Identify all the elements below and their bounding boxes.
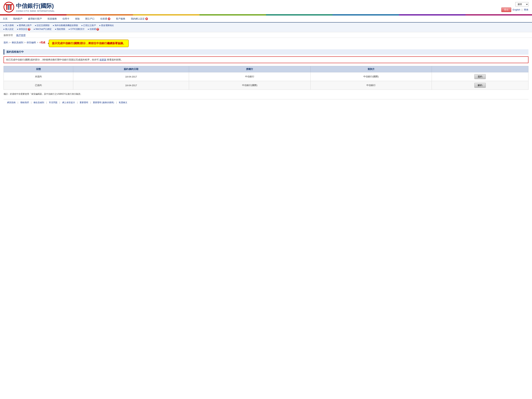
breadcrumb-separator: > <box>37 41 38 44</box>
account-mgmt-link[interactable]: 賬戶管理 <box>16 34 25 37</box>
new-badge: 新 <box>96 28 99 31</box>
bank-logo-icon <box>4 2 14 13</box>
logo-area: 中信銀行(國际) CHINA CITIC BANK INTERNATIONAL <box>4 2 55 13</box>
table-cell-date: 18-04-2017 <box>73 81 189 90</box>
main-nav-item[interactable]: 處理銀行賬戶 <box>25 15 45 22</box>
sub-nav-item[interactable]: 海外自動櫃員機提款限額 <box>53 24 78 27</box>
sub-nav-row-2: 個人設定保安設定新WeChat戶口綁定指紋查賬CITIC流動支付信港通新 <box>4 28 528 31</box>
sub-nav-item[interactable]: 已登記之賬戶 <box>82 24 96 27</box>
footer-link-separator: ｜ <box>89 101 92 104</box>
svg-rect-4 <box>5 4 13 5</box>
header-right: 捷徑 登出 English ｜ 簡体 <box>501 2 528 12</box>
main-nav-item[interactable]: 信用卡 <box>60 15 72 22</box>
shortcut-row: 捷徑 <box>515 2 528 6</box>
color-bar-segment <box>266 14 332 15</box>
main-nav-item[interactable]: 保險 <box>72 15 82 22</box>
footer-link[interactable]: 重要聲明 <box>80 101 88 104</box>
table-cell-status: 已簽約 <box>4 81 73 90</box>
main-nav-item[interactable]: 信港通新 <box>97 15 113 22</box>
breadcrumb: 簽約 > 條款及細則 > 保安編碼 > >完成 <box>4 41 45 44</box>
table-header-cell: 簽約/解約日期 <box>73 66 189 72</box>
sub-nav-item[interactable]: 選擇網上賬戶 <box>17 24 32 27</box>
shortcut-select[interactable]: 捷徑 <box>515 2 528 6</box>
breadcrumb-separator: > <box>9 41 11 44</box>
main-nav-item[interactable]: 我的網上設定新 <box>128 15 151 22</box>
sign-button[interactable]: 簽約 <box>474 74 486 79</box>
process-title: 簽約流程進行中 <box>4 49 528 55</box>
table-cell-action: 解約 <box>432 81 528 90</box>
sub-nav-item[interactable]: 保安設定新 <box>17 28 30 31</box>
table-row: 已簽約18-04-2017中信銀行(國際)中信銀行解約 <box>4 81 528 90</box>
footer-link[interactable]: 條款及細則 <box>33 101 44 104</box>
content: 簽約 > 條款及細則 > 保安編碼 > >完成 提示完成中信銀行(國際)部分，將… <box>0 38 532 108</box>
breadcrumb-current: >完成 <box>39 41 45 44</box>
footer-link-separator: ｜ <box>30 101 33 104</box>
color-bar-segment <box>332 14 399 15</box>
lang-links: English ｜ 簡体 <box>513 8 528 11</box>
logo-english: CHINA CITIC BANK INTERNATIONAL <box>16 10 55 12</box>
footer-link[interactable]: 私隱條文 <box>119 101 127 104</box>
footer-links: 網頁指南 ｜ 聯絡我們 ｜ 條款及細則 ｜ 常見問題 ｜ 網上保安提示 ｜ 重要… <box>4 99 528 106</box>
footer-link-separator: ｜ <box>76 101 79 104</box>
footer-link[interactable]: 網頁指南 <box>7 101 16 104</box>
logo-chinese: 中信銀行(國际) <box>16 2 55 10</box>
table-cell-authorizer: 中信銀行(國際) <box>189 81 310 90</box>
info-message-1: 你已完成中信銀行(國際)簽約部分，3秒後將自動打開中信銀行頁面以完成簽約程序，你… <box>6 58 99 61</box>
sub-nav-row-1: 登入密碼選擇網上賬戶設定交易限額海外自動櫃員機提款限額已登記之賬戶更改電郵地址 <box>4 24 528 27</box>
refresh-link[interactable]: 按更新 <box>100 58 106 61</box>
sub-nav-item[interactable]: 指紋查賬 <box>55 28 65 31</box>
new-badge: 新 <box>146 18 148 20</box>
service-mgmt: 服務管理 賬戶管理 <box>0 32 532 38</box>
info-message-2: 查看簽約狀態。 <box>107 58 123 61</box>
footer-link-separator: ｜ <box>45 101 48 104</box>
lang-english-link[interactable]: English <box>513 8 520 11</box>
sub-nav-item[interactable]: WeChat戶口綁定 <box>34 28 52 31</box>
sub-nav-item[interactable]: 更改電郵地址 <box>100 24 114 27</box>
header: 中信銀行(國际) CHINA CITIC BANK INTERNATIONAL … <box>0 0 532 14</box>
lang-simplified-link[interactable]: 簡体 <box>524 8 528 11</box>
sub-nav-item[interactable]: 信港通新 <box>88 28 99 31</box>
logout-button[interactable]: 登出 <box>501 7 511 12</box>
cancel-button[interactable]: 解約 <box>474 83 486 88</box>
footer-link[interactable]: 常見問題 <box>49 101 57 104</box>
breadcrumb-row: 簽約 > 條款及細則 > 保安編碼 > >完成 提示完成中信銀行(國際)部分，將… <box>4 39 528 47</box>
breadcrumb-item[interactable]: 保安編碼 <box>27 41 36 44</box>
main-nav-item[interactable]: 我的賬戶 <box>10 15 25 22</box>
table-header-cell: 狀態 <box>4 66 73 72</box>
color-bar-segment <box>200 14 266 15</box>
sub-nav-item[interactable]: 個人設定 <box>4 28 14 31</box>
main-nav-item[interactable]: 主頁 <box>0 15 10 22</box>
table-header-row: 狀態簽約/解約日期授權方查詢方 <box>4 66 528 72</box>
breadcrumb-item[interactable]: 條款及細則 <box>12 41 23 44</box>
new-badge: 新 <box>28 28 30 31</box>
breadcrumb-separator: > <box>24 41 26 44</box>
note: 備註：於過程中你需要使用「保安編碼器」及中信銀行之USBKEY以進行身分驗證。 <box>4 93 528 95</box>
table-cell-date: 18-04-2017 <box>73 72 189 81</box>
footer-link-separator: ｜ <box>16 101 20 104</box>
lang-divider: ｜ <box>521 8 523 11</box>
new-badge: 新 <box>108 18 110 20</box>
breadcrumb-item[interactable]: 簽約 <box>4 41 8 44</box>
sub-nav-item[interactable]: CITIC流動支付 <box>69 28 84 31</box>
sub-nav-item[interactable]: 設定交易限額 <box>35 24 50 27</box>
table-header-cell: 查詢方 <box>310 66 432 72</box>
service-mgmt-sep <box>14 34 15 37</box>
footer-link-separator: ｜ <box>115 101 118 104</box>
sub-nav: 登入密碼選擇網上賬戶設定交易限額海外自動櫃員機提款限額已登記之賬戶更改電郵地址 … <box>0 23 532 32</box>
footer-link-separator: ｜ <box>58 101 62 104</box>
footer-link[interactable]: 重要聲明 (服務供應商) <box>93 101 114 104</box>
login-row: 登出 English ｜ 簡体 <box>501 7 528 12</box>
footer-link[interactable]: 網上保安提示 <box>62 101 75 104</box>
logo-text: 中信銀行(國际) CHINA CITIC BANK INTERNATIONAL <box>16 2 55 12</box>
table-cell-action: 簽約 <box>432 72 528 81</box>
sub-nav-item[interactable]: 登入密碼 <box>4 24 14 27</box>
main-nav-item[interactable]: 開立戶口 <box>82 15 97 22</box>
footer-link[interactable]: 聯絡我們 <box>20 101 29 104</box>
main-nav-item[interactable]: 投資服務 <box>45 15 60 22</box>
color-bar-segment <box>399 14 465 15</box>
service-mgmt-label: 服務管理 <box>4 34 13 37</box>
table-cell-authorizer: 中信銀行 <box>189 72 310 81</box>
tooltip-balloon: 提示完成中信銀行(國際)部分，將前往中信銀行繼續簽署協議。 <box>49 39 129 47</box>
main-nav: 主頁我的賬戶處理銀行賬戶投資服務信用卡保險開立戶口信港通新客戶服務我的網上設定新 <box>0 15 532 23</box>
main-nav-item[interactable]: 客戶服務 <box>113 15 128 22</box>
